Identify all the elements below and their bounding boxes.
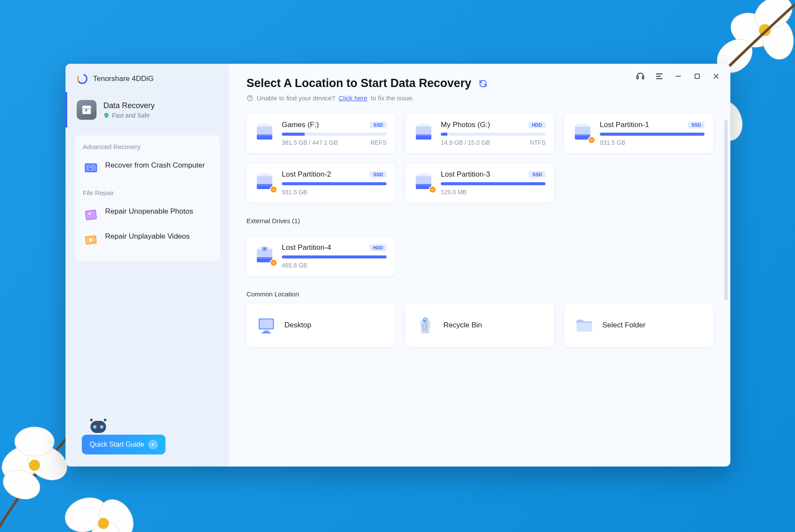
sidebar-item-label: Data Recovery [103,101,155,110]
sidebar-item-repair-videos[interactable]: Repair Unplayable Videos [83,227,212,252]
drive-card[interactable]: Games (F:) SSD 381.5 GB / 447.1 GB REFS [246,114,395,153]
photo-repair-icon [83,207,99,223]
svg-point-19 [78,75,87,84]
sidebar-advanced-card: Advanced Recovery Recover from Crash Com… [75,135,220,261]
svg-rect-30 [90,421,106,433]
drive-filesystem: REFS [371,139,387,146]
window-controls [636,72,721,81]
minimize-icon[interactable] [673,72,683,81]
drive-card[interactable]: My Photos (G:) HDD 14.9 GB / 15.0 GB NTF… [405,114,554,153]
section-label-external: External Drives (1) [246,217,713,224]
drive-size: 381.5 GB / 447.1 GB [282,139,338,146]
drive-card[interactable]: − Lost Partition-1 SSD 931.5 GB [564,114,713,153]
svg-point-63 [423,317,428,323]
svg-point-2 [749,0,795,35]
svg-point-14 [29,460,40,471]
svg-point-33 [90,419,93,421]
app-title-bar: Tenorshare 4DDiG [65,64,229,92]
drive-card[interactable]: − Lost Partition-3 SSD 129.0 MB [405,163,554,202]
svg-point-26 [88,212,90,215]
maximize-icon[interactable] [692,72,702,81]
data-recovery-icon [77,100,97,120]
svg-point-0 [726,7,778,53]
bin-icon [415,315,436,336]
sidebar-item-subtitle: Fast and Safe [112,112,150,119]
close-icon[interactable] [711,72,721,81]
warning-badge-icon: − [429,186,436,193]
drive-name: Lost Partition-3 [441,170,490,179]
svg-point-10 [0,439,47,487]
svg-rect-36 [642,76,644,79]
svg-rect-61 [262,332,271,333]
drive-name: Games (F:) [282,121,319,129]
svg-rect-44 [416,134,431,136]
main-content: Select A Location to Start Data Recovery… [229,64,730,467]
sidebar-item-data-recovery[interactable]: Data Recovery Fast and Safe [65,92,229,128]
drives-grid: Games (F:) SSD 381.5 GB / 447.1 GB REFS … [246,114,713,202]
svg-rect-64 [577,323,592,332]
drive-type-badge: SSD [370,171,387,178]
drive-type-badge: HDD [528,121,546,128]
common-location-card[interactable]: Recycle Bin [405,304,554,347]
drive-size: 129.0 MB [441,189,467,196]
helper-link[interactable]: Click here [339,94,368,102]
usage-bar [282,255,387,258]
sidebar-item-label: Repair Unopenable Photos [105,207,193,217]
drive-icon: − [253,170,276,193]
external-drives-grid: − Lost Partition-4 HDD 465.8 GB [246,236,713,276]
drive-type-badge: SSD [688,121,705,128]
usage-bar [600,133,705,136]
page-title: Select A Location to Start Data Recovery [246,77,471,90]
usage-bar [282,133,387,136]
section-header: File Repair [83,189,212,196]
helper-text: Unable to find your device? Click here t… [246,94,713,102]
svg-rect-47 [575,134,590,136]
warning-badge-icon: − [588,136,595,144]
usage-bar [441,182,546,185]
drive-filesystem: NTFS [530,139,546,146]
drive-type-badge: SSD [370,121,387,128]
video-repair-icon [83,232,99,248]
svg-point-12 [15,427,54,456]
sidebar-item-crash-recovery[interactable]: Recover from Crash Computer [83,156,212,181]
drive-icon: − [253,243,276,266]
sidebar: Tenorshare 4DDiG Data Recovery Fast and … [65,64,229,467]
monitor-recovery-icon [83,161,99,177]
drive-icon [253,121,276,143]
menu-icon[interactable] [655,72,664,81]
refresh-icon[interactable] [478,79,488,88]
quick-start-guide-button[interactable]: Quick Start Guide [82,435,165,454]
svg-point-18 [98,518,109,529]
drive-name: Lost Partition-1 [600,121,649,129]
svg-point-4 [759,24,771,36]
common-location-card[interactable]: Desktop [246,304,395,347]
svg-point-1 [759,16,795,62]
svg-point-32 [100,425,103,429]
drive-name: My Photos (G:) [441,121,490,129]
drive-type-badge: HDD [369,244,387,251]
svg-point-23 [89,166,93,170]
warning-badge-icon: − [270,259,277,267]
sidebar-item-label: Repair Unplayable Videos [105,232,190,242]
drive-card[interactable]: − Lost Partition-2 SSD 931.5 GB [246,163,395,202]
svg-rect-35 [637,76,639,79]
help-icon [246,95,253,102]
quick-start-label: Quick Start Guide [90,441,144,448]
drive-name: Lost Partition-4 [282,243,331,252]
svg-rect-41 [257,134,272,136]
section-header: Advanced Recovery [83,143,212,150]
section-label-common: Common Location [246,290,713,298]
svg-point-31 [93,425,97,429]
common-location-label: Select Folder [602,321,645,330]
support-icon[interactable] [636,72,645,81]
svg-rect-59 [260,320,273,328]
drive-size: 14.9 GB / 15.0 GB [441,139,490,146]
drive-card[interactable]: − Lost Partition-4 HDD 465.8 GB [246,236,395,276]
svg-point-17 [81,516,126,532]
svg-rect-25 [86,210,97,220]
sidebar-item-repair-photos[interactable]: Repair Unopenable Photos [83,202,212,227]
common-location-card[interactable]: Select Folder [564,304,713,347]
svg-rect-53 [416,184,431,186]
svg-rect-37 [695,74,700,79]
scrollbar[interactable] [724,120,728,301]
